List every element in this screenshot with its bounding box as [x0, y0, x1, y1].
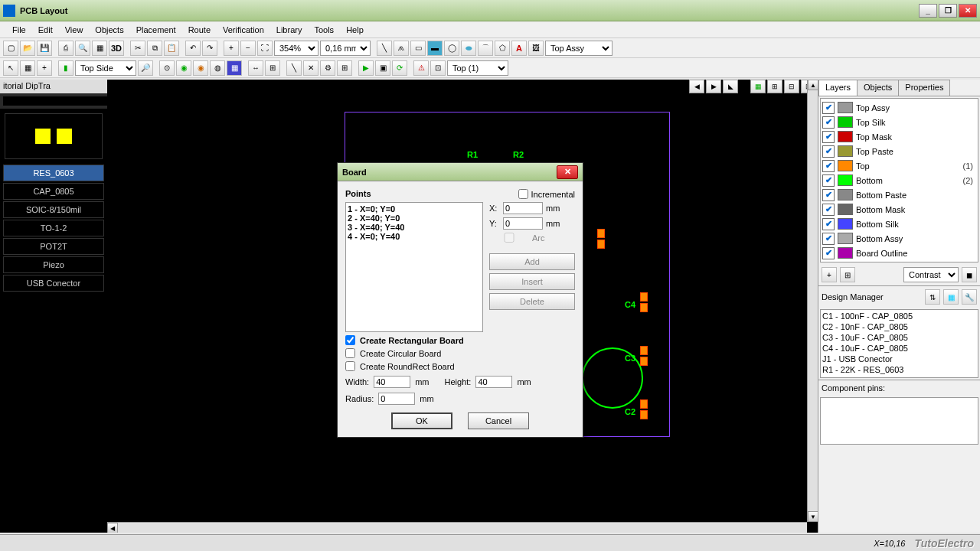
pointer-icon[interactable]: ↖	[3, 60, 18, 76]
layer-row[interactable]: ✔Bottom Paste	[822, 187, 976, 202]
dm-item[interactable]: C4 - 10uF - CAP_0805	[822, 344, 976, 354]
y-input[interactable]	[503, 217, 543, 230]
menu-placement[interactable]: Placement	[130, 24, 182, 36]
rectfill-icon[interactable]: ▬	[427, 41, 443, 56]
dm-item[interactable]: C1 - 100nF - CAP_0805	[822, 311, 976, 322]
color-icon[interactable]: ◼	[962, 267, 977, 282]
layer-icon[interactable]: ▮	[58, 60, 74, 76]
point-row[interactable]: 1 - X=0; Y=0	[348, 204, 481, 214]
assy-select[interactable]: Top Assy	[545, 41, 612, 56]
ruler-icon[interactable]: ▦	[20, 60, 35, 76]
undo-icon[interactable]: ↶	[185, 41, 201, 56]
layer-row[interactable]: ✔Bottom Mask	[822, 202, 976, 217]
open-icon[interactable]: 📂	[20, 41, 35, 56]
layer-color-swatch[interactable]	[838, 204, 853, 215]
minimize-button[interactable]: _	[919, 4, 937, 18]
incremental-checkbox[interactable]	[518, 189, 528, 199]
layer-visible-checkbox[interactable]: ✔	[822, 218, 835, 230]
component-item[interactable]: RES_0603	[3, 165, 104, 181]
layer-color-swatch[interactable]	[838, 102, 853, 113]
zoom-select[interactable]: 354%	[274, 41, 318, 56]
pad-icon[interactable]: ⊙	[159, 60, 175, 76]
nav-diag-icon[interactable]: ◣	[723, 80, 738, 93]
menu-objects[interactable]: Objects	[89, 24, 129, 36]
origin-icon[interactable]: +	[37, 60, 52, 76]
panel1-icon[interactable]: ▦	[750, 80, 766, 93]
dm-item[interactable]: J1 - USB Conector	[822, 354, 976, 365]
poly-icon[interactable]: ⬠	[495, 41, 510, 56]
vertical-scrollbar[interactable]: ▲▼	[807, 80, 818, 522]
print-icon[interactable]: ⎙	[58, 41, 74, 56]
image-icon[interactable]: 🖼	[528, 41, 544, 56]
check-icon[interactable]: ⟳	[392, 60, 407, 76]
point-row[interactable]: 3 - X=40; Y=40	[348, 223, 481, 232]
panel3-icon[interactable]: ⊟	[784, 80, 799, 93]
cancel-button[interactable]: Cancel	[468, 412, 529, 429]
contrast-select[interactable]: Contrast	[903, 267, 959, 282]
layer-row[interactable]: ✔Top(1)	[822, 158, 976, 173]
text-icon[interactable]: A	[511, 41, 527, 56]
unroute-icon[interactable]: ✕	[303, 60, 318, 76]
ok-button[interactable]: OK	[391, 412, 452, 429]
dim-icon[interactable]: ↔	[248, 60, 263, 76]
menu-verification[interactable]: Verification	[217, 24, 270, 36]
arc-icon[interactable]: ⌒	[478, 41, 493, 56]
erc-icon[interactable]: ⊡	[430, 60, 446, 76]
via-icon[interactable]: ◉	[176, 60, 191, 76]
tab-layers[interactable]: Layers	[818, 80, 858, 96]
menu-file[interactable]: File	[6, 24, 32, 36]
menu-tools[interactable]: Tools	[308, 24, 340, 36]
dm-item[interactable]: C2 - 10nF - CAP_0805	[822, 322, 976, 333]
x-input[interactable]	[503, 202, 543, 214]
nav-right-icon[interactable]: ▶	[706, 80, 721, 93]
drc-icon[interactable]: ⚠	[413, 60, 429, 76]
layer-visible-checkbox[interactable]: ✔	[822, 247, 835, 259]
component-item[interactable]: SOIC-8/150mil	[3, 201, 104, 218]
copy-icon[interactable]: ⧉	[147, 41, 162, 56]
3d-icon[interactable]: 3D	[109, 41, 124, 56]
maximize-button[interactable]: ❐	[939, 4, 957, 18]
layer-color-swatch[interactable]	[838, 218, 853, 230]
component-item[interactable]: USB Conector	[3, 275, 104, 292]
dialog-close-button[interactable]: ✕	[557, 165, 578, 179]
titleblock-icon[interactable]: ▦	[92, 41, 107, 56]
layer-visible-checkbox[interactable]: ✔	[822, 131, 835, 143]
redo-icon[interactable]: ↷	[202, 41, 217, 56]
dm-item[interactable]: R2 - 10K - RES_0603	[822, 376, 976, 378]
component-item[interactable]: CAP_0805	[3, 183, 104, 200]
points-listbox[interactable]: 1 - X=0; Y=02 - X=40; Y=03 - X=40; Y=404…	[345, 202, 483, 332]
top-select[interactable]: Top (1)	[447, 60, 508, 76]
layer-visible-checkbox[interactable]: ✔	[822, 102, 835, 114]
delete-button[interactable]: Delete	[489, 293, 575, 310]
layer-row[interactable]: ✔Top Paste	[822, 144, 976, 158]
height-input[interactable]	[475, 376, 512, 388]
polyline-icon[interactable]: ⩕	[394, 41, 409, 56]
ellipsefill-icon[interactable]: ⬬	[461, 41, 476, 56]
layer-color-swatch[interactable]	[838, 145, 853, 157]
grid-select[interactable]: 0,16 mm	[320, 41, 371, 56]
hole-icon[interactable]: ◉	[193, 60, 208, 76]
roundrect-checkbox[interactable]	[345, 361, 355, 371]
component-item[interactable]: TO-1-2	[3, 220, 104, 236]
layer-color-swatch[interactable]	[838, 131, 853, 142]
layer-props-icon[interactable]: ⊞	[840, 267, 855, 282]
board-icon[interactable]: ▦	[227, 60, 242, 76]
stop-icon[interactable]: ▣	[375, 60, 390, 76]
dm-sort-icon[interactable]: ⇅	[925, 289, 940, 305]
point-row[interactable]: 4 - X=0; Y=40	[348, 232, 481, 241]
rect-checkbox[interactable]	[345, 335, 355, 345]
add-button[interactable]: Add	[489, 253, 575, 270]
layer-visible-checkbox[interactable]: ✔	[822, 189, 835, 201]
find-icon[interactable]: 🔎	[138, 60, 153, 76]
zoomin-icon[interactable]: +	[224, 41, 239, 56]
zoomfit-icon[interactable]: ⛶	[257, 41, 273, 56]
layer-row[interactable]: ✔Bottom(2)	[822, 173, 976, 187]
point-row[interactable]: 2 - X=40; Y=0	[348, 214, 481, 223]
line-icon[interactable]: ╲	[377, 41, 392, 56]
layer-color-swatch[interactable]	[838, 160, 853, 171]
copper-icon[interactable]: ◍	[210, 60, 225, 76]
menu-edit[interactable]: Edit	[32, 24, 59, 36]
component-search[interactable]	[3, 96, 109, 106]
tab-properties[interactable]: Properties	[898, 80, 950, 96]
width-input[interactable]	[374, 376, 410, 388]
